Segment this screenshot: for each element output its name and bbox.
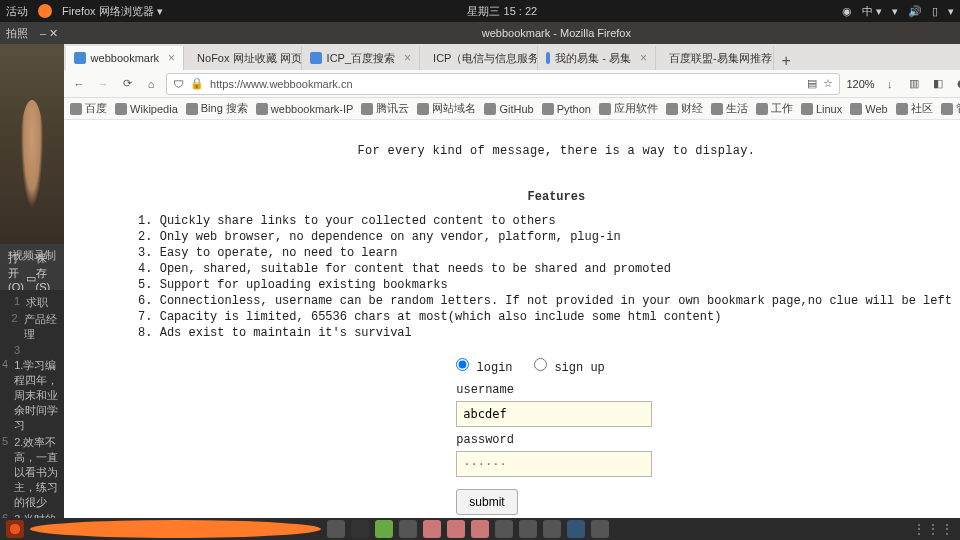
dock-files[interactable] — [327, 520, 345, 538]
bookmark-star-icon[interactable]: ☆ — [823, 77, 833, 90]
dock-terminal[interactable] — [351, 520, 369, 538]
dock-app-3[interactable] — [447, 520, 465, 538]
account-icon[interactable]: ◐ — [953, 75, 960, 93]
feature-item: Support for uploading existing bookmarks — [138, 278, 960, 292]
dock-app-9[interactable] — [591, 520, 609, 538]
bookmark-item[interactable]: 应用软件 — [599, 101, 658, 116]
forward-button[interactable]: → — [94, 75, 112, 93]
dock-editor[interactable] — [375, 520, 393, 538]
browser-tab[interactable]: ICP（电信与信息服务业…× — [420, 46, 538, 70]
bookmark-item[interactable]: 社区 — [896, 101, 933, 116]
bookmark-icon — [941, 103, 953, 115]
bookmark-item[interactable]: 腾讯云 — [361, 101, 409, 116]
lang-indicator[interactable]: 中 ▾ — [862, 4, 882, 19]
bookmark-icon — [186, 103, 198, 115]
bookmark-item[interactable]: Python — [542, 103, 591, 115]
bookmark-item[interactable]: Web — [850, 103, 887, 115]
bookmark-icon — [484, 103, 496, 115]
note-line[interactable]: 52.效率不高，一直以看书为主，练习的很少 — [0, 434, 64, 511]
note-line[interactable]: 3 — [0, 343, 64, 357]
shield-icon: 🛡 — [173, 78, 184, 90]
password-label: password — [456, 433, 656, 447]
bookmark-icon — [801, 103, 813, 115]
feature-item: Only web browser, no dependence on any v… — [138, 230, 960, 244]
reload-button[interactable]: ⟳ — [118, 75, 136, 93]
browser-tab[interactable]: 百度联盟-易集网推荐× — [656, 46, 774, 70]
bookmark-item[interactable]: 网站域名 — [417, 101, 476, 116]
feature-item: Ads exist to maintain it's survival — [138, 326, 960, 340]
dock-app-1[interactable] — [399, 520, 417, 538]
bookmark-item[interactable]: webbookmark-IP — [256, 103, 354, 115]
activities-button[interactable]: 活动 — [6, 4, 28, 19]
features-heading: Features — [78, 190, 960, 204]
app-menu[interactable]: Firefox 网络浏览器 ▾ — [62, 4, 163, 19]
bookmark-icon — [70, 103, 82, 115]
bookmark-icon — [666, 103, 678, 115]
dock-app-8[interactable] — [567, 520, 585, 538]
browser-tab[interactable]: NoFox 网址收藏 网页收…× — [184, 46, 302, 70]
bookmark-item[interactable]: Linux — [801, 103, 842, 115]
battery-icon[interactable]: ▯ — [932, 5, 938, 18]
network-icon[interactable]: ▾ — [892, 5, 898, 18]
dock-app-7[interactable] — [543, 520, 561, 538]
note-line[interactable]: 1求职 — [0, 294, 64, 311]
home-button[interactable]: ⌂ — [142, 75, 160, 93]
zoom-level[interactable]: 120% — [846, 78, 874, 90]
bookmark-item[interactable]: 百度 — [70, 101, 107, 116]
bookmark-item[interactable]: 管理 — [941, 101, 960, 116]
browser-tab[interactable]: webbookmark× — [66, 46, 184, 70]
login-radio[interactable]: login — [456, 361, 512, 375]
dock-app-2[interactable] — [423, 520, 441, 538]
dock: ⋮⋮⋮ — [0, 518, 960, 540]
dock-app-5[interactable] — [495, 520, 513, 538]
firefox-icon — [38, 4, 52, 18]
page-action-icon[interactable]: ▤ — [807, 77, 817, 90]
close-tab-icon[interactable]: × — [404, 51, 411, 65]
screencast-icon[interactable]: ◉ — [842, 5, 852, 18]
bookmark-icon — [850, 103, 862, 115]
note-line[interactable]: 2产品经理 — [0, 311, 64, 343]
dock-show-apps[interactable] — [6, 520, 24, 538]
feature-item: Easy to operate, no need to learn — [138, 246, 960, 260]
new-tab-button[interactable]: + — [774, 52, 798, 70]
signup-radio[interactable]: sign up — [534, 361, 605, 375]
library-icon[interactable]: ▥ — [905, 75, 923, 93]
note-line[interactable]: 63.当时的想法，先找一份工作，再逐步转行 — [0, 511, 64, 518]
close-tab-icon[interactable]: × — [168, 51, 175, 65]
page-content: ↖ For every kind of message, there is a … — [64, 120, 960, 518]
dock-app-4[interactable] — [471, 520, 489, 538]
username-input[interactable] — [456, 401, 652, 427]
camera-window-title: 拍照– ✕ — [0, 22, 64, 44]
note-line[interactable]: 41.学习编程四年，周末和业余时间学习 — [0, 357, 64, 434]
bookmark-item[interactable]: Wikipedia — [115, 103, 178, 115]
open-doc-icon[interactable]: ▭ — [26, 272, 36, 285]
feature-item: Connectionless, username can be random l… — [138, 294, 960, 308]
bookmark-icon — [115, 103, 127, 115]
gnome-topbar: 活动 Firefox 网络浏览器 ▾ 星期三 15 : 22 ◉ 中 ▾ ▾ 🔊… — [0, 0, 960, 22]
password-input[interactable] — [456, 451, 652, 477]
dock-app-6[interactable] — [519, 520, 537, 538]
bookmark-item[interactable]: 财经 — [666, 101, 703, 116]
back-button[interactable]: ← — [70, 75, 88, 93]
bookmark-icon — [417, 103, 429, 115]
notes-editor[interactable]: 1求职2产品经理341.学习编程四年，周末和业余时间学习52.效率不高，一直以看… — [0, 290, 64, 518]
clock[interactable]: 星期三 15 : 22 — [163, 4, 842, 19]
volume-icon[interactable]: 🔊 — [908, 5, 922, 18]
address-bar[interactable]: 🛡 🔒 https://www.webbookmark.cn ▤ ☆ — [166, 73, 840, 95]
close-tab-icon[interactable]: × — [640, 51, 647, 65]
dock-show-applications[interactable]: ⋮⋮⋮ — [912, 521, 954, 537]
bookmark-item[interactable]: 工作 — [756, 101, 793, 116]
browser-tab[interactable]: ICP_百度搜索× — [302, 46, 420, 70]
submit-button[interactable]: submit — [456, 489, 517, 515]
downloads-icon[interactable]: ↓ — [881, 75, 899, 93]
system-menu-caret[interactable]: ▾ — [948, 5, 954, 18]
bookmarks-toolbar: 百度WikipediaBing 搜索webbookmark-IP腾讯云网站域名G… — [64, 98, 960, 120]
bookmark-item[interactable]: GitHub — [484, 103, 533, 115]
sidebar-icon[interactable]: ◧ — [929, 75, 947, 93]
bookmark-item[interactable]: Bing 搜索 — [186, 101, 248, 116]
browser-tab[interactable]: 我的易集 - 易集× — [538, 46, 656, 70]
bookmark-item[interactable]: 生活 — [711, 101, 748, 116]
feature-item: Quickly share links to your collected co… — [138, 214, 960, 228]
lock-icon: 🔒 — [190, 77, 204, 90]
dock-firefox[interactable] — [30, 520, 321, 538]
